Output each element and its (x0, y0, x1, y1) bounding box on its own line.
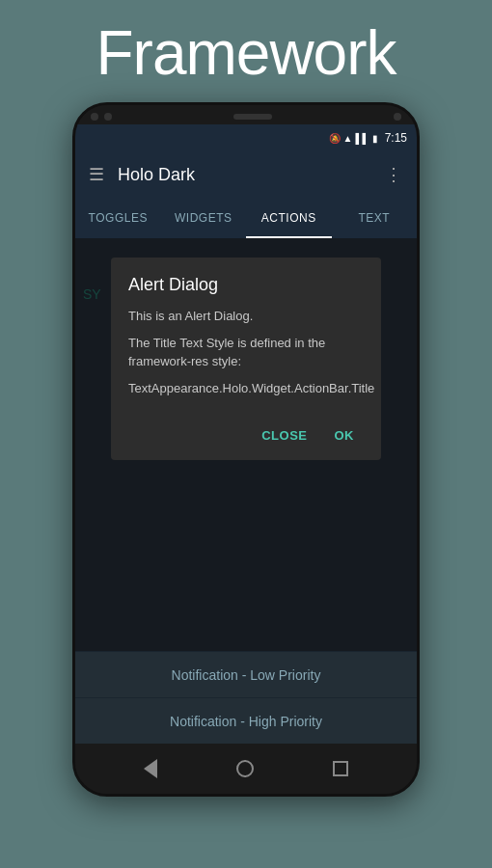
status-bar: 🔕 ▲ ▌▌ ▮ 7:15 (75, 124, 417, 151)
signal-icon: ▌▌ (355, 133, 369, 144)
page-title: Framework (0, 0, 492, 102)
dialog-close-button[interactable]: CLOSE (252, 420, 316, 450)
notification-low[interactable]: Notification - Low Priority (75, 651, 417, 697)
notification-low-label: Notification - Low Priority (172, 667, 321, 683)
dialog-body2: The Title Text Style is defined in the f… (128, 334, 364, 371)
back-icon (144, 759, 157, 778)
nav-home-button[interactable] (236, 760, 254, 777)
home-icon (236, 760, 254, 777)
content-area: SY Alert Dialog This is an Alert Dialog.… (75, 238, 417, 744)
toolbar-title: Holo Dark (118, 165, 371, 185)
status-icons: 🔕 ▲ ▌▌ ▮ 7:15 (329, 131, 407, 145)
tab-text[interactable]: TEXT (332, 198, 418, 238)
status-time: 7:15 (385, 131, 407, 145)
bottom-nav (75, 744, 417, 794)
phone-dot-left (91, 113, 98, 121)
dialog-ok-button[interactable]: OK (325, 420, 365, 450)
alert-dialog: Alert Dialog This is an Alert Dialog. Th… (111, 258, 381, 460)
tab-actions[interactable]: ACTIONS (246, 198, 332, 238)
tab-bar: TOGGLES WIDGETS ACTIONS TEXT (75, 198, 417, 238)
phone-top-bar (75, 105, 417, 124)
dialog-actions: CLOSE OK (128, 413, 364, 450)
dialog-title: Alert Dialog (128, 275, 364, 295)
dialog-body1: This is an Alert Dialog. (128, 307, 364, 326)
wifi-icon: ▲ (343, 133, 353, 144)
phone-dots (91, 113, 112, 121)
nav-back-button[interactable] (144, 759, 157, 778)
hamburger-icon[interactable]: ☰ (89, 164, 104, 185)
phone-speaker (233, 114, 272, 120)
notification-list: Notification - Low Priority Notification… (75, 651, 417, 744)
dialog-body3: TextAppearance.Holo.Widget.ActionBar.Tit… (128, 379, 364, 398)
more-options-icon[interactable]: ⋮ (385, 164, 403, 185)
notification-high-label: Notification - High Priority (170, 714, 322, 729)
tab-widgets[interactable]: WIDGETS (161, 198, 247, 238)
phone-dot-right (104, 113, 112, 121)
toolbar: ☰ Holo Dark ⋮ (75, 151, 417, 198)
nav-recents-button[interactable] (333, 761, 348, 776)
phone-camera (394, 113, 401, 121)
mute-icon: 🔕 (329, 133, 341, 144)
notification-high[interactable]: Notification - High Priority (75, 697, 417, 744)
battery-icon: ▮ (372, 133, 378, 144)
tab-toggles[interactable]: TOGGLES (75, 198, 161, 238)
recents-icon (333, 761, 348, 776)
phone-frame: 🔕 ▲ ▌▌ ▮ 7:15 ☰ Holo Dark ⋮ TOGGLES WIDG… (72, 102, 420, 797)
